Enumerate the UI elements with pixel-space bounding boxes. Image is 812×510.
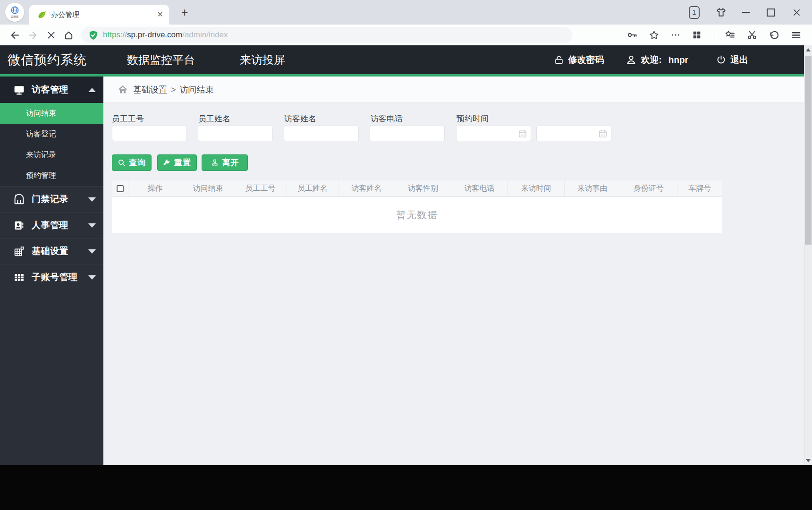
app-header: 微信预约系统 数据监控平台 来访投屏 修改密码 欢迎: hnpr 退出 xyxy=(0,45,804,76)
menu-hamburger-icon[interactable] xyxy=(791,30,802,41)
label-employee-name: 员工姓名 xyxy=(198,113,230,124)
globe-icon xyxy=(10,6,19,15)
sidebar-item-reservation-mgmt[interactable]: 预约管理 xyxy=(0,165,103,186)
minimize-button[interactable] xyxy=(741,12,751,13)
sidebar-section-label: 子账号管理 xyxy=(32,271,78,283)
reset-button[interactable]: 重置 xyxy=(157,154,197,171)
tab-close-icon[interactable]: ✕ xyxy=(157,11,163,18)
sidebar-item-visit-records[interactable]: 来访记录 xyxy=(0,144,103,165)
page-scrollbar[interactable] xyxy=(804,45,812,465)
url-path: /admin/index xyxy=(182,30,228,39)
logout-label: 退出 xyxy=(730,54,748,66)
change-password-label: 修改密码 xyxy=(568,54,604,66)
screenshot-scissors-icon[interactable] xyxy=(746,29,758,41)
visitor-name-input[interactable] xyxy=(284,126,359,141)
toolbar-divider xyxy=(713,30,713,40)
nav-visitor-cast[interactable]: 来访投屏 xyxy=(240,52,285,68)
maximize-button[interactable] xyxy=(767,8,775,17)
query-button[interactable]: 查询 xyxy=(112,154,152,171)
undo-icon[interactable] xyxy=(769,29,780,41)
stop-button[interactable] xyxy=(46,30,56,40)
chevron-down-icon xyxy=(88,197,96,202)
change-password-button[interactable]: 修改密码 xyxy=(554,54,604,66)
appoint-time-start-input[interactable] xyxy=(456,126,531,141)
favorites-list-icon[interactable] xyxy=(724,29,736,41)
select-all-checkbox[interactable] xyxy=(117,185,124,192)
window-close-button[interactable] xyxy=(792,8,802,17)
sidebar-submenu: 访问结束 访客登记 来访记录 预约管理 xyxy=(0,103,103,186)
sidebar-item-visit-end[interactable]: 访问结束 xyxy=(0,103,103,124)
settings-grid-icon xyxy=(13,246,25,257)
scrollbar-up-arrow[interactable] xyxy=(806,48,811,51)
search-icon xyxy=(118,159,126,167)
tab-title: 办公管理 xyxy=(51,10,157,19)
lock-icon xyxy=(554,55,564,65)
select-all-cell xyxy=(112,180,128,196)
power-icon xyxy=(716,54,727,65)
logout-button[interactable]: 退出 xyxy=(716,54,748,66)
breadcrumb-parent[interactable]: 基础设置 xyxy=(133,85,167,94)
breadcrumb-current: 访问结束 xyxy=(180,85,214,94)
welcome-user: 欢迎: hnpr xyxy=(626,54,688,66)
chevron-down-icon xyxy=(88,275,96,280)
scrollbar-down-arrow[interactable] xyxy=(806,459,811,462)
chevron-up-icon xyxy=(88,88,96,92)
scrollbar-thumb[interactable] xyxy=(805,56,812,245)
visitor-phone-input[interactable] xyxy=(370,126,445,141)
password-key-icon[interactable] xyxy=(626,29,638,41)
col-visit-time: 来访时间 xyxy=(508,180,565,196)
forward-button[interactable] xyxy=(28,30,39,41)
address-bar[interactable]: https://sp.pr-drive.com/admin/index xyxy=(81,27,572,43)
col-visitor-gender: 访客性别 xyxy=(395,180,451,196)
url-scheme: https xyxy=(103,30,120,39)
appoint-time-end-input[interactable] xyxy=(536,126,611,141)
leave-button[interactable]: 离开 xyxy=(202,154,248,171)
sidebar-section-hr-mgmt[interactable]: 人事管理 xyxy=(0,212,103,238)
query-button-label: 查询 xyxy=(129,157,146,168)
sidebar-item-visitor-register[interactable]: 访客登记 xyxy=(0,124,103,144)
accounts-grid-icon xyxy=(13,272,25,283)
sidebar: 访客管理 访问结束 访客登记 来访记录 预约管理 门禁记录 人事管理 xyxy=(0,76,103,465)
new-tab-button[interactable]: + xyxy=(178,5,192,19)
browser-tab[interactable]: 办公管理 ✕ xyxy=(29,5,169,25)
label-appoint-time: 预约时间 xyxy=(457,113,489,124)
user-icon xyxy=(626,54,637,66)
employee-id-input[interactable] xyxy=(112,126,187,141)
breadcrumb-separator: > xyxy=(171,85,176,94)
col-visitor-phone: 访客电话 xyxy=(451,180,508,196)
sidebar-section-label: 人事管理 xyxy=(32,219,68,231)
table-empty-state: 暂无数据 xyxy=(112,197,722,233)
browser-logo-text: 云浏览 xyxy=(11,15,18,18)
browser-titlebar: 云浏览 办公管理 ✕ + 1 xyxy=(0,0,812,25)
leave-button-label: 离开 xyxy=(222,157,239,168)
sidebar-section-label: 门禁记录 xyxy=(32,193,68,205)
table-header-row: 操作 访问结束 员工工号 员工姓名 访客姓名 访客性别 访客电话 来访时间 来访… xyxy=(112,180,722,197)
sidebar-section-door-records[interactable]: 门禁记录 xyxy=(0,186,103,212)
nav-data-monitor[interactable]: 数据监控平台 xyxy=(127,52,195,68)
sidebar-section-label: 基础设置 xyxy=(32,245,68,257)
sidebar-section-visitor-mgmt[interactable]: 访客管理 xyxy=(0,76,103,103)
col-plate-number: 车牌号 xyxy=(677,180,722,196)
back-button[interactable] xyxy=(9,30,20,41)
monitor-icon xyxy=(13,84,25,96)
results-table: 操作 访问结束 员工工号 员工姓名 访客姓名 访客性别 访客电话 来访时间 来访… xyxy=(112,180,722,233)
calendar-icon xyxy=(598,129,608,138)
chevron-down-icon xyxy=(88,249,96,254)
sidebar-section-basic-settings[interactable]: 基础设置 xyxy=(0,238,103,264)
more-options-icon[interactable] xyxy=(670,30,681,40)
home-button[interactable] xyxy=(63,30,74,41)
employee-name-input[interactable] xyxy=(198,126,273,141)
col-id-number: 身份证号 xyxy=(620,180,677,196)
bookmark-star-icon[interactable] xyxy=(649,30,660,41)
app-brand: 微信预约系统 xyxy=(8,51,87,68)
theme-skin-icon[interactable] xyxy=(715,7,727,18)
tab-count-badge[interactable]: 1 xyxy=(689,6,700,19)
apps-grid-icon[interactable] xyxy=(692,30,702,40)
sidebar-section-subaccount-mgmt[interactable]: 子账号管理 xyxy=(0,264,103,290)
col-visitor-name: 访客姓名 xyxy=(338,180,395,196)
id-card-icon xyxy=(13,220,25,231)
leaf-favicon-icon xyxy=(37,10,47,20)
home-breadcrumb-icon xyxy=(118,85,128,95)
col-operation: 操作 xyxy=(128,180,182,196)
browser-logo[interactable]: 云浏览 xyxy=(5,3,24,22)
